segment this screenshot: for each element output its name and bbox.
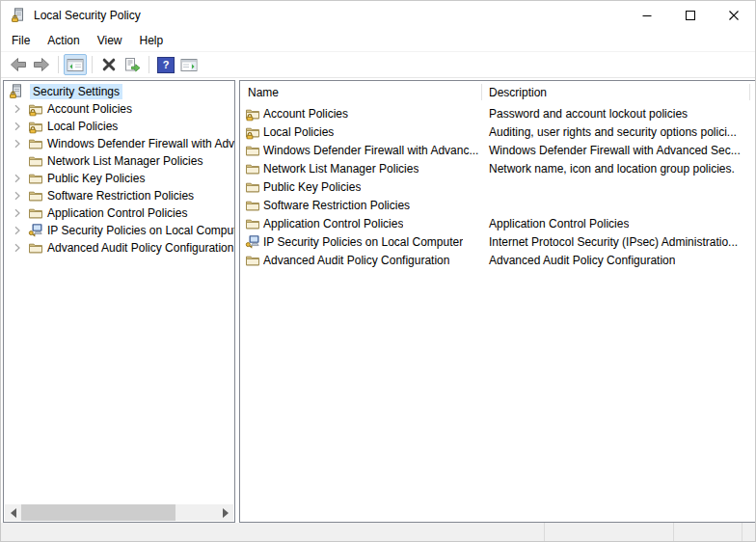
tree-item-account-policies[interactable]: Account Policies [4, 100, 234, 118]
list-row-windows-defender-firewall[interactable]: Windows Defender Firewall with Advanc...… [240, 141, 755, 159]
list-row-ip-security-policies[interactable]: IP Security Policies on Local Computer I… [240, 232, 755, 251]
row-description: Advanced Audit Policy Configuration [481, 254, 675, 267]
help-icon: ? [157, 57, 175, 73]
folder-icon [245, 143, 260, 158]
chevron-right-icon[interactable] [10, 205, 25, 221]
show-console-tree-button[interactable] [64, 54, 87, 75]
tree-horizontal-scrollbar[interactable] [5, 504, 233, 521]
list-row-application-control[interactable]: Application Control Policies Application… [240, 214, 755, 232]
forward-button[interactable] [30, 54, 53, 75]
close-button[interactable] [712, 1, 755, 30]
column-header-name[interactable]: Name [240, 86, 481, 99]
tree-item-network-list-manager[interactable]: Network List Manager Policies [4, 152, 234, 170]
tree-item-label: Account Policies [47, 102, 132, 116]
folder-lock-icon [245, 124, 260, 140]
minimize-button[interactable] [625, 1, 668, 30]
results-list-pane: Name Description Account Policies Passwo… [239, 80, 756, 523]
minimize-icon [639, 8, 655, 23]
maximize-button[interactable] [668, 1, 712, 30]
row-name: Public Key Policies [263, 180, 361, 194]
list-row-account-policies[interactable]: Account Policies Password and account lo… [240, 104, 755, 122]
show-action-pane-button[interactable] [177, 54, 201, 75]
folder-icon [28, 240, 43, 256]
delete-button[interactable] [97, 54, 121, 75]
app-icon [11, 8, 26, 23]
status-separator [673, 523, 674, 542]
chevron-right-icon[interactable] [10, 136, 25, 151]
forward-arrow-icon [32, 56, 51, 73]
row-description: Internet Protocol Security (IPsec) Admin… [481, 235, 738, 249]
tree-item-windows-defender-firewall[interactable]: Windows Defender Firewall with Adva [4, 135, 234, 152]
tree-item-label: Software Restriction Policies [47, 189, 194, 203]
console-tree-pane: Security Settings Account Policies Local… [3, 80, 235, 523]
status-bar [1, 523, 755, 542]
back-button[interactable] [7, 54, 30, 75]
list-row-network-list-manager[interactable]: Network List Manager Policies Network na… [240, 159, 755, 177]
export-list-icon [123, 57, 141, 72]
menu-action[interactable]: Action [39, 34, 88, 47]
row-name: Local Policies [263, 125, 334, 139]
list-row-public-key-policies[interactable]: Public Key Policies [240, 177, 755, 196]
folder-icon [245, 161, 260, 176]
security-settings-icon [9, 84, 24, 99]
tree-item-label: Windows Defender Firewall with Adva [47, 137, 235, 150]
tree-root-security-settings[interactable]: Security Settings [4, 83, 234, 100]
toolbar-separator [148, 56, 149, 73]
tree-item-local-policies[interactable]: Local Policies [4, 118, 234, 135]
menu-bar: File Action View Help [1, 30, 755, 52]
folder-icon [245, 253, 260, 268]
tree-item-label: Application Control Policies [47, 206, 187, 220]
chevron-right-icon[interactable] [10, 223, 25, 238]
row-name: Software Restriction Policies [263, 199, 410, 212]
status-separator [544, 523, 545, 542]
row-name: IP Security Policies on Local Computer [263, 235, 463, 249]
list-row-local-policies[interactable]: Local Policies Auditing, user rights and… [240, 122, 755, 141]
help-button[interactable]: ? [154, 54, 177, 75]
row-name: Advanced Audit Policy Configuration [263, 254, 449, 267]
folder-icon [28, 136, 43, 151]
scroll-right-button[interactable] [217, 504, 233, 521]
chevron-right-icon[interactable] [10, 188, 25, 203]
tree-root-label: Security Settings [30, 84, 122, 99]
delete-x-icon [101, 57, 117, 72]
column-separator[interactable] [481, 84, 482, 100]
status-separator [742, 523, 742, 542]
export-list-button[interactable] [121, 54, 144, 75]
scrollbar-thumb[interactable] [21, 504, 176, 521]
row-name: Application Control Policies [263, 217, 403, 230]
column-separator[interactable] [749, 84, 750, 100]
close-icon [726, 8, 742, 23]
tree-item-public-key-policies[interactable]: Public Key Policies [4, 170, 234, 187]
menu-help[interactable]: Help [131, 34, 173, 47]
menu-view[interactable]: View [89, 34, 131, 47]
folder-lock-icon [245, 106, 260, 122]
chevron-right-icon[interactable] [10, 240, 25, 256]
folder-icon [245, 198, 260, 213]
toolbar-separator [92, 56, 93, 73]
scroll-left-button[interactable] [5, 504, 21, 521]
row-description: Network name, icon and location group po… [481, 162, 735, 176]
tree-item-label: Network List Manager Policies [47, 154, 202, 168]
folder-icon [28, 153, 43, 169]
list-row-software-restriction[interactable]: Software Restriction Policies [240, 196, 755, 214]
toolbar-separator [58, 56, 59, 73]
folder-icon [28, 205, 43, 221]
action-pane-icon [180, 58, 198, 72]
column-header-description[interactable]: Description [481, 86, 547, 99]
chevron-right-icon[interactable] [10, 171, 25, 186]
tree-item-ip-security-policies[interactable]: IP Security Policies on Local Compute [4, 222, 234, 239]
maximize-icon [683, 8, 698, 23]
tree-item-software-restriction[interactable]: Software Restriction Policies [4, 187, 234, 204]
row-description: Application Control Policies [481, 217, 629, 230]
back-arrow-icon [9, 56, 28, 73]
menu-file[interactable]: File [3, 34, 39, 47]
tree-item-application-control[interactable]: Application Control Policies [4, 204, 234, 222]
list-row-advanced-audit-policy[interactable]: Advanced Audit Policy Configuration Adva… [240, 251, 755, 269]
title-bar: Local Security Policy [1, 1, 755, 30]
chevron-right-icon[interactable] [10, 119, 25, 134]
chevron-right-icon[interactable] [10, 101, 25, 117]
folder-icon [28, 188, 43, 203]
tree-item-advanced-audit-policy[interactable]: Advanced Audit Policy Configuration [4, 239, 234, 257]
row-name: Network List Manager Policies [263, 162, 418, 176]
row-name: Windows Defender Firewall with Advanc... [263, 144, 478, 157]
